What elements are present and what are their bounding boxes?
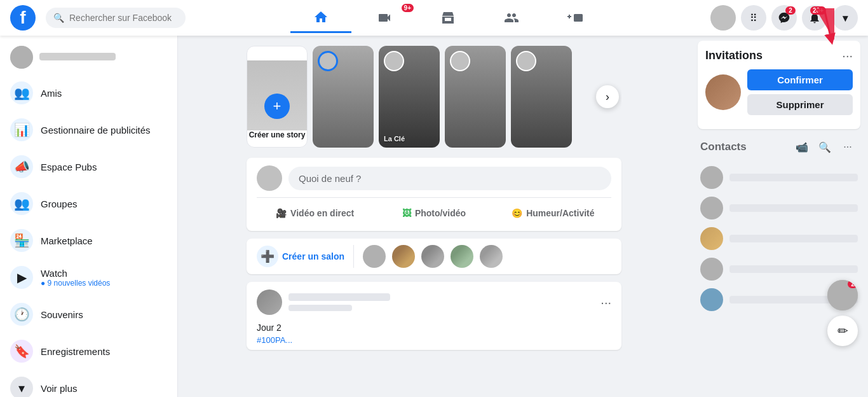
post-photo-video-btn[interactable]: 🖼 Photo/vidéo	[376, 203, 492, 223]
espace-pubs-icon: 📣	[10, 155, 33, 178]
contact-1[interactable]	[698, 162, 860, 193]
nav-groups-button[interactable]	[481, 3, 542, 33]
feed-post-info	[288, 293, 594, 311]
confirm-button[interactable]: Confirmer	[747, 69, 853, 90]
create-story-label: Créer une story	[249, 130, 306, 141]
sidebar-item-souvenirs[interactable]: 🕐 Souvenirs	[3, 296, 175, 332]
humeur-icon: 😊	[512, 208, 522, 218]
salon-avatar-3	[421, 245, 444, 268]
contact-2[interactable]	[698, 193, 860, 223]
apps-button[interactable]: ⠿	[741, 5, 766, 31]
sidebar-user[interactable]	[3, 41, 175, 74]
contact-1-name	[729, 174, 858, 181]
nav-video-button[interactable]: 9+	[354, 3, 415, 33]
floating-chat-badge: 2	[848, 280, 858, 288]
post-humeur-btn[interactable]: 😊 Humeur/Activité	[495, 203, 611, 223]
delete-button[interactable]: Supprimer	[747, 94, 853, 115]
post-box: Quoi de neuf ? 🎥 Vidéo en direct 🖼 Photo…	[247, 158, 621, 231]
notifications-button[interactable]: 20+	[802, 5, 827, 31]
sidebar-item-voir-plus[interactable]: ▾ Voir plus	[3, 370, 175, 397]
story-3[interactable]	[445, 46, 506, 148]
feed-post-day: Jour 2	[257, 323, 611, 333]
salon-btn-label: Créer un salon	[282, 251, 344, 261]
contact-3[interactable]	[698, 223, 860, 254]
sidebar-label-amis: Amis	[41, 88, 62, 99]
sidebar-label-watch: Watch	[41, 268, 110, 279]
post-input[interactable]: Quoi de neuf ?	[288, 167, 611, 190]
invitations-card: Invitations ··· Confirmer Supprimer	[698, 41, 860, 129]
contact-1-avatar	[700, 166, 723, 189]
messenger-badge: 2	[785, 6, 796, 15]
contact-5-avatar	[700, 288, 723, 311]
sidebar-label-souvenirs: Souvenirs	[41, 309, 83, 320]
logo-area: f	[10, 5, 36, 31]
nav-home-button[interactable]	[290, 3, 351, 33]
nav-marketplace-button[interactable]	[417, 3, 478, 33]
feed-post-body: Jour 2 #100PA...	[247, 323, 621, 350]
search-icon: 🔍	[53, 13, 64, 23]
create-story-card[interactable]: + Créer une story	[247, 46, 308, 148]
left-sidebar: 👥 Amis 📊 Gestionnaire de publicités 📣 Es…	[0, 36, 178, 397]
user-avatar-top[interactable]	[710, 5, 736, 31]
sidebar-label-espace-pubs: Espace Pubs	[41, 162, 97, 172]
nav-right: ⠿ 2 20+ ▾	[710, 5, 858, 31]
create-story-icon: +	[264, 94, 290, 119]
enregistrements-icon: 🔖	[10, 340, 33, 363]
floating-compose-button[interactable]: ✏	[827, 316, 858, 346]
sidebar-item-watch[interactable]: ▶ Watch ● 9 nouvelles vidéos	[3, 260, 175, 295]
sidebar-item-amis[interactable]: 👥 Amis	[3, 75, 175, 111]
messenger-button[interactable]: 2	[771, 5, 797, 31]
pub-icon: 📊	[10, 118, 33, 141]
contacts-search-button[interactable]: 🔍	[815, 137, 835, 157]
facebook-logo: f	[10, 5, 36, 31]
feed-post-avatar	[257, 289, 282, 315]
sidebar-username-placeholder	[39, 53, 116, 60]
feed-post-header: ···	[247, 282, 621, 323]
stories-row: + Créer une story La Clé	[247, 46, 621, 148]
souvenirs-icon: 🕐	[10, 303, 33, 326]
groupes-icon: 👥	[10, 192, 33, 215]
contacts-more-button[interactable]: ···	[837, 137, 858, 157]
contacts-actions: 📹 🔍 ···	[792, 137, 858, 157]
video-badge: 9+	[402, 4, 414, 12]
invitations-more-button[interactable]: ···	[842, 48, 853, 63]
contacts-video-button[interactable]: 📹	[792, 137, 812, 157]
post-video-direct-btn[interactable]: 🎥 Vidéo en direct	[257, 203, 373, 223]
search-input[interactable]	[69, 13, 178, 23]
floating-chat-avatar[interactable]: 2	[827, 280, 858, 310]
sidebar-label-marketplace: Marketplace	[41, 235, 93, 246]
video-direct-icon: 🎥	[276, 208, 287, 218]
post-box-avatar	[257, 165, 282, 191]
feed-post-more-button[interactable]: ···	[600, 295, 611, 310]
sidebar-label-enregistrements: Enregistrements	[41, 346, 110, 357]
photo-video-label: Photo/vidéo	[415, 208, 466, 218]
floating-chat: 2 ✏	[827, 280, 858, 346]
creer-salon-button[interactable]: ➕ Créer un salon	[257, 246, 344, 267]
salon-icon: ➕	[257, 246, 278, 267]
contact-3-name	[729, 235, 858, 242]
salon-divider	[353, 245, 354, 268]
main-layout: 👥 Amis 📊 Gestionnaire de publicités 📣 Es…	[0, 36, 868, 397]
nav-gaming-button[interactable]	[545, 3, 606, 33]
dropdown-button[interactable]: ▾	[832, 5, 858, 31]
salon-avatar-5	[480, 245, 503, 268]
sidebar-item-groupes[interactable]: 👥 Groupes	[3, 186, 175, 221]
sidebar-item-pub[interactable]: 📊 Gestionnaire de publicités	[3, 112, 175, 148]
stories-next-button[interactable]: ›	[596, 85, 619, 108]
search-box[interactable]: 🔍	[46, 8, 186, 28]
salon-bar: ➕ Créer un salon	[247, 239, 621, 274]
story-4[interactable]	[511, 46, 572, 148]
story-2-label: La Clé	[384, 135, 405, 143]
sidebar-item-espace-pubs[interactable]: 📣 Espace Pubs	[3, 149, 175, 185]
voir-plus-icon: ▾	[10, 377, 33, 397]
feed-post: ··· Jour 2 #100PA...	[247, 282, 621, 350]
sidebar-item-enregistrements[interactable]: 🔖 Enregistrements	[3, 333, 175, 369]
story-2[interactable]: La Clé	[379, 46, 440, 148]
contact-4-avatar	[700, 258, 723, 281]
invitations-title: Invitations	[705, 49, 763, 62]
sidebar-item-marketplace[interactable]: 🏪 Marketplace	[3, 223, 175, 258]
topnav: f 🔍 9+ ⠿	[0, 0, 868, 36]
story-1[interactable]	[313, 46, 374, 148]
contact-2-name	[729, 204, 858, 212]
sidebar-label-groupes: Groupes	[41, 198, 78, 209]
